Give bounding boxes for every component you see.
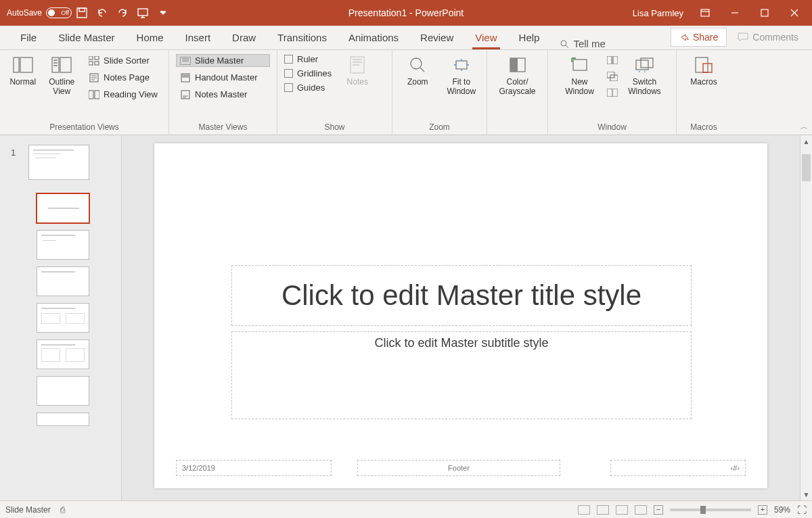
sorter-view-icon[interactable] [597,505,609,515]
reading-view-icon[interactable] [616,505,628,515]
cascade-button[interactable] [603,70,622,83]
autosave-control[interactable]: AutoSave Off [7,7,72,18]
svg-rect-6 [14,57,19,72]
minimize-icon[interactable] [721,0,748,26]
gridlines-checkbox[interactable]: Gridlines [284,68,332,78]
tab-draw[interactable]: Draw [221,25,267,49]
undo-icon[interactable] [92,0,112,26]
save-icon[interactable] [72,0,92,26]
fit-to-window-button[interactable]: Fit to Window [443,54,480,96]
svg-rect-4 [761,9,768,16]
ribbon-display-icon[interactable] [692,0,719,26]
tell-me-search[interactable]: Tell me [550,38,615,49]
footer-placeholder[interactable]: Footer [357,460,560,476]
arrange-all-button[interactable] [603,54,622,66]
switch-windows-button[interactable]: Switch Windows [626,54,664,96]
tab-transitions[interactable]: Transitions [267,25,338,49]
maximize-icon[interactable] [751,0,778,26]
collapse-ribbon-icon[interactable]: ︿ [800,122,808,132]
svg-point-5 [561,41,566,46]
fit-to-window-icon [451,55,472,74]
new-window-button[interactable]: New Window [561,54,599,96]
ruler-checkbox[interactable]: Ruler [284,54,332,64]
slide-sorter-icon [89,56,99,66]
notes-status-icon[interactable]: ⎙ [60,505,65,515]
master-thumbnail[interactable] [28,145,89,180]
svg-rect-1 [79,8,85,11]
layout-thumbnail-1[interactable] [37,193,89,223]
outline-view-icon [51,55,72,74]
zoom-out-button[interactable]: − [654,505,663,515]
scrollbar-thumb[interactable] [802,154,811,181]
scroll-down-icon[interactable]: ▼ [800,488,812,500]
notes-master-button[interactable]: Notes Master [176,88,270,101]
status-bar: Slide Master ⎙ − + 59% ⛶ [0,500,812,518]
zoom-slider[interactable] [670,509,751,511]
work-area: 1 Click to edit Master title style Click… [0,135,812,500]
zoom-icon [407,55,428,74]
color-grayscale-button[interactable]: Color/ Grayscale [499,54,537,96]
layout-thumbnail-2[interactable] [37,230,89,260]
slide-canvas-area[interactable]: Click to edit Master title style Click t… [122,135,800,500]
move-split-button[interactable] [603,87,622,99]
slide-canvas[interactable]: Click to edit Master title style Click t… [154,143,767,488]
qat-customize-icon[interactable] [153,0,173,26]
share-button[interactable]: Share [671,28,727,47]
tab-home[interactable]: Home [126,25,175,49]
tab-help[interactable]: Help [508,25,551,49]
zoom-in-button[interactable]: + [758,505,767,515]
tab-file[interactable]: File [9,25,47,49]
slideshow-view-icon[interactable] [635,505,647,515]
group-zoom: Zoom Fit to Window Zoom [392,50,487,135]
zoom-percent[interactable]: 59% [774,505,790,515]
date-placeholder[interactable]: 3/12/2019 [176,460,332,476]
layout-thumbnail-7[interactable] [37,413,89,426]
layout-thumbnail-6[interactable] [37,376,89,406]
vertical-scrollbar[interactable]: ▲ ▼ [800,135,812,500]
slide-number: 1 [11,147,16,158]
group-label [494,120,541,133]
title-placeholder[interactable]: Click to edit Master title style [231,265,692,326]
normal-view-icon[interactable] [578,505,590,515]
normal-view-button[interactable]: Normal [7,54,39,87]
notes-page-button[interactable]: Notes Page [85,71,162,84]
group-color-grayscale: Color/ Grayscale [487,50,548,135]
fit-to-window-icon[interactable]: ⛶ [797,504,807,515]
svg-rect-26 [510,58,518,72]
autosave-toggle[interactable]: Off [46,7,72,18]
svg-rect-29 [613,56,618,64]
zoom-button[interactable]: Zoom [399,54,436,87]
user-name[interactable]: Lisa Parmley [633,8,683,18]
outline-view-button[interactable]: Outline View [46,54,78,96]
close-icon[interactable] [781,0,808,26]
layout-thumbnail-3[interactable] [37,266,89,296]
slidenum-placeholder[interactable]: ‹#› [610,460,746,476]
group-show: Ruler Gridlines Guides Notes Show [277,50,392,135]
slide-sorter-button[interactable]: Slide Sorter [85,54,162,67]
tab-animations[interactable]: Animations [338,25,409,49]
guides-checkbox[interactable]: Guides [284,83,332,93]
subtitle-placeholder[interactable]: Click to edit Master subtitle style [231,331,692,419]
comments-icon [738,32,748,42]
scroll-up-icon[interactable]: ▲ [800,135,812,147]
slideshow-icon[interactable] [133,0,153,26]
thumbnail-pane[interactable]: 1 [0,135,122,500]
layout-thumbnail-5[interactable] [37,339,89,369]
comments-button[interactable]: Comments [731,28,805,47]
tab-view[interactable]: View [464,25,508,49]
slide-master-button[interactable]: Slide Master [176,54,270,67]
layout-thumbnail-4[interactable] [37,303,89,333]
redo-icon[interactable] [112,0,133,26]
slide-master-icon [180,56,191,66]
tab-slide-master[interactable]: Slide Master [47,25,125,49]
reading-view-button[interactable]: Reading View [85,88,162,101]
macros-button[interactable]: Macros [685,54,723,87]
tab-insert[interactable]: Insert [175,25,222,49]
group-window: New Window Switch Windows Window [548,50,677,135]
group-label: Macros [683,120,724,133]
tab-review[interactable]: Review [409,25,464,49]
svg-rect-8 [52,57,59,72]
svg-rect-9 [60,57,71,72]
new-window-icon [569,55,591,74]
handout-master-button[interactable]: Handout Master [176,71,270,84]
